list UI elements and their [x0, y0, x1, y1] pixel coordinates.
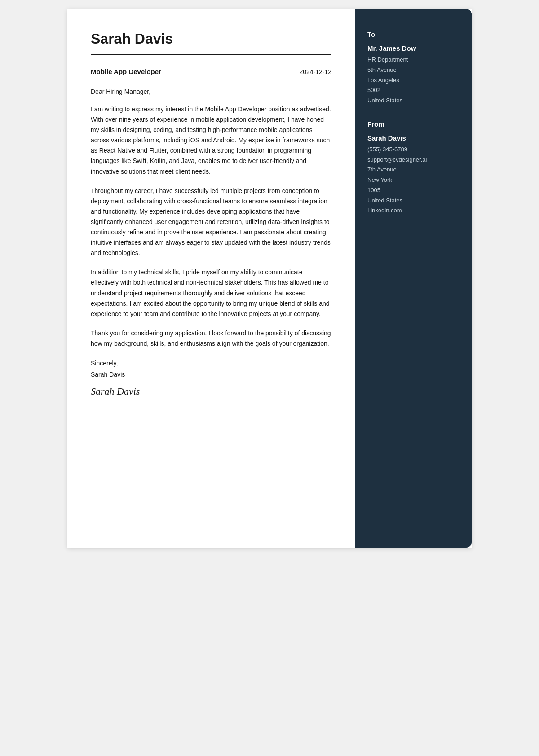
from-label: From	[367, 120, 459, 128]
to-label: To	[367, 31, 459, 38]
paragraph-3: In addition to my technical skills, I pr…	[91, 267, 331, 319]
paragraph-1: I am writing to express my interest in t…	[91, 104, 331, 177]
sender-linkedin: Linkedin.com	[367, 206, 459, 216]
sender-name: Sarah Davis	[367, 134, 459, 142]
recipient-department: HR Department	[367, 55, 459, 65]
recipient-country: United States	[367, 96, 459, 106]
divider	[91, 54, 331, 55]
date: 2024-12-12	[299, 68, 331, 75]
recipient-street: 5th Avenue	[367, 65, 459, 75]
closing-text: Sincerely,	[91, 358, 331, 369]
cover-letter-page: Sarah Davis Mobile App Developer 2024-12…	[67, 9, 472, 548]
recipient-name: Mr. James Dow	[367, 44, 459, 52]
sidebar: To Mr. James Dow HR Department 5th Avenu…	[355, 9, 472, 548]
sender-phone: (555) 345-6789	[367, 145, 459, 155]
meta-row: Mobile App Developer 2024-12-12	[91, 68, 331, 75]
paragraph-4: Thank you for considering my application…	[91, 328, 331, 349]
sender-city: New York	[367, 175, 459, 185]
greeting: Dear Hiring Manager,	[91, 88, 331, 95]
signature: Sarah Davis	[91, 386, 331, 397]
job-title: Mobile App Developer	[91, 68, 161, 75]
sender-street: 7th Avenue	[367, 165, 459, 175]
closing-block: Sincerely, Sarah Davis	[91, 358, 331, 380]
sender-email: support@cvdesigner.ai	[367, 155, 459, 165]
to-block: To Mr. James Dow HR Department 5th Avenu…	[367, 31, 459, 106]
closing-name: Sarah Davis	[91, 369, 331, 380]
recipient-city: Los Angeles	[367, 75, 459, 86]
from-block: From Sarah Davis (555) 345-6789 support@…	[367, 120, 459, 216]
recipient-zip: 5002	[367, 85, 459, 96]
paragraph-2: Throughout my career, I have successfull…	[91, 186, 331, 259]
author-name: Sarah Davis	[91, 31, 331, 47]
sender-zip: 1005	[367, 185, 459, 196]
sender-country: United States	[367, 196, 459, 206]
main-content: Sarah Davis Mobile App Developer 2024-12…	[67, 9, 355, 548]
